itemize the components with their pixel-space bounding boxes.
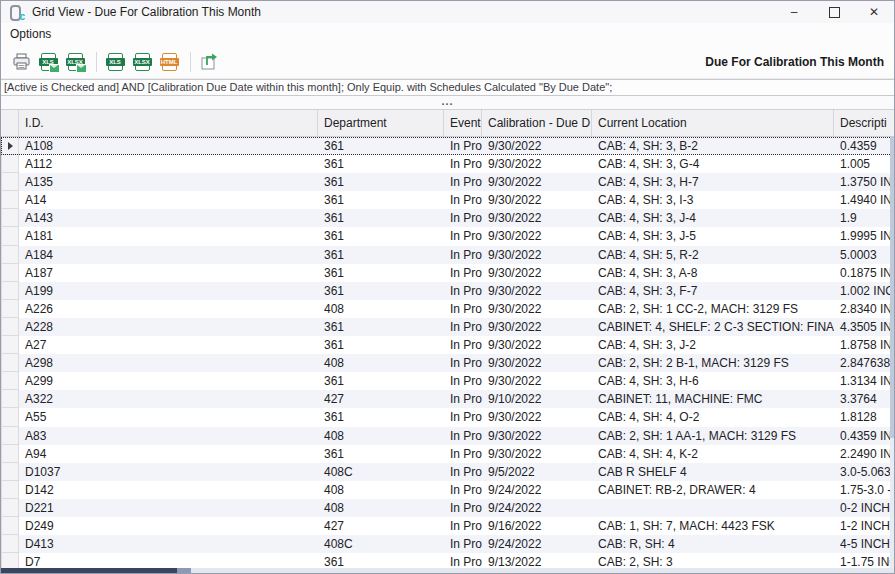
cell-due-date[interactable]: 9/30/2022 — [482, 427, 592, 445]
cell-id[interactable]: A112 — [19, 155, 318, 173]
cell-description[interactable]: 2.8340 INC — [834, 300, 894, 318]
cell-description[interactable]: 1.005 — [834, 155, 894, 173]
cell-department[interactable]: 408 — [318, 300, 444, 318]
header-location[interactable]: Current Location — [592, 110, 834, 136]
cell-department[interactable]: 408 — [318, 427, 444, 445]
cell-due-date[interactable]: 9/30/2022 — [482, 408, 592, 426]
table-row[interactable]: A187 361 In Proc 9/30/2022 CAB: 4, SH: 3… — [1, 264, 894, 282]
cell-description[interactable]: 1.9 — [834, 209, 894, 227]
email-xls-button[interactable]: XLS — [36, 50, 60, 74]
cell-event[interactable]: In Proc — [444, 553, 482, 568]
cell-id[interactable]: A27 — [19, 336, 318, 354]
cell-event[interactable]: In Proc — [444, 173, 482, 191]
cell-department[interactable]: 361 — [318, 173, 444, 191]
table-row[interactable]: A27 361 In Proc 9/30/2022 CAB: 4, SH: 3,… — [1, 336, 894, 354]
minimize-button[interactable]: – — [774, 1, 814, 23]
cell-event[interactable]: In Proc — [444, 390, 482, 408]
cell-due-date[interactable]: 9/24/2022 — [482, 499, 592, 517]
row-selector[interactable] — [1, 372, 19, 390]
cell-event[interactable]: In Proc — [444, 499, 482, 517]
cell-department[interactable]: 361 — [318, 137, 444, 155]
cell-id[interactable]: D413 — [19, 535, 318, 553]
cell-location[interactable]: CAB: 2, SH: 3 — [592, 553, 834, 568]
cell-due-date[interactable]: 9/30/2022 — [482, 173, 592, 191]
cell-description[interactable]: 3.3764 — [834, 390, 894, 408]
email-xlsx-button[interactable]: XLSX — [63, 50, 87, 74]
header-event[interactable]: Event — [444, 110, 482, 136]
table-row[interactable]: A199 361 In Proc 9/30/2022 CAB: 4, SH: 3… — [1, 282, 894, 300]
row-selector[interactable] — [1, 535, 19, 553]
cell-location[interactable]: CABINET: 4, SHELF: 2 C-3 SECTION: FINAL — [592, 318, 834, 336]
cell-description[interactable]: 0.4359 INC — [834, 427, 894, 445]
cell-event[interactable]: In Proc — [444, 137, 482, 155]
cell-location[interactable]: CAB: 4, SH: 4, O-2 — [592, 408, 834, 426]
cell-id[interactable]: A199 — [19, 282, 318, 300]
cell-id[interactable]: D142 — [19, 481, 318, 499]
cell-due-date[interactable]: 9/24/2022 — [482, 481, 592, 499]
cell-due-date[interactable]: 9/30/2022 — [482, 336, 592, 354]
print-button[interactable] — [9, 50, 33, 74]
cell-due-date[interactable]: 9/30/2022 — [482, 227, 592, 245]
menu-options[interactable]: Options — [1, 23, 60, 45]
row-selector[interactable] — [1, 390, 19, 408]
cell-due-date[interactable]: 9/30/2022 — [482, 282, 592, 300]
cell-event[interactable]: In Proc — [444, 318, 482, 336]
cell-location[interactable]: CAB: 4, SH: 3, B-2 — [592, 137, 834, 155]
cell-department[interactable]: 361 — [318, 191, 444, 209]
table-row[interactable]: A184 361 In Proc 9/30/2022 CAB: 4, SH: 5… — [1, 246, 894, 264]
cell-description[interactable]: 1-2 INCH, — [834, 517, 894, 535]
cell-due-date[interactable]: 9/30/2022 — [482, 300, 592, 318]
cell-description[interactable]: 0.4359 — [834, 137, 894, 155]
maximize-button[interactable] — [814, 1, 854, 23]
cell-description[interactable]: 2.847638 — [834, 354, 894, 372]
cell-location[interactable]: CAB: 4, SH: 4, K-2 — [592, 445, 834, 463]
cell-description[interactable]: 1.8128 — [834, 408, 894, 426]
cell-due-date[interactable]: 9/30/2022 — [482, 155, 592, 173]
cell-department[interactable]: 408 — [318, 481, 444, 499]
table-row[interactable]: A14 361 In Proc 9/30/2022 CAB: 4, SH: 3,… — [1, 191, 894, 209]
row-selector[interactable] — [1, 264, 19, 282]
cell-event[interactable]: In Proc — [444, 354, 482, 372]
table-row[interactable]: A226 408 In Proc 9/30/2022 CAB: 2, SH: 1… — [1, 300, 894, 318]
cell-id[interactable]: A298 — [19, 354, 318, 372]
cell-id[interactable]: A55 — [19, 408, 318, 426]
cell-department[interactable]: 361 — [318, 227, 444, 245]
row-selector[interactable] — [1, 354, 19, 372]
cell-department[interactable]: 408C — [318, 463, 444, 481]
row-selector[interactable] — [1, 191, 19, 209]
cell-description[interactable]: 3.0-5.063 — [834, 463, 894, 481]
cell-department[interactable]: 408C — [318, 535, 444, 553]
cell-due-date[interactable]: 9/30/2022 — [482, 372, 592, 390]
cell-location[interactable]: CAB: 4, SH: 3, H-7 — [592, 173, 834, 191]
cell-event[interactable]: In Proc — [444, 408, 482, 426]
cell-id[interactable]: D1037 — [19, 463, 318, 481]
cell-description[interactable]: 4.3505 INC — [834, 318, 894, 336]
table-row[interactable]: A112 361 In Proc 9/30/2022 CAB: 4, SH: 3… — [1, 155, 894, 173]
cell-department[interactable]: 361 — [318, 264, 444, 282]
cell-description[interactable]: 0-2 INCH, — [834, 499, 894, 517]
cell-location[interactable]: CAB: 2, SH: 2 B-1, MACH: 3129 FS — [592, 354, 834, 372]
cell-id[interactable]: A322 — [19, 390, 318, 408]
cell-event[interactable]: In Proc — [444, 481, 482, 499]
cell-location[interactable]: CAB: R, SH: 4 — [592, 535, 834, 553]
row-selector[interactable] — [1, 408, 19, 426]
cell-event[interactable]: In Proc — [444, 282, 482, 300]
cell-event[interactable]: In Proc — [444, 517, 482, 535]
export-xls-button[interactable]: XLS — [103, 50, 127, 74]
row-selector[interactable] — [1, 137, 19, 155]
table-row[interactable]: A55 361 In Proc 9/30/2022 CAB: 4, SH: 4,… — [1, 408, 894, 426]
row-selector[interactable] — [1, 246, 19, 264]
cell-id[interactable]: A108 — [19, 137, 318, 155]
horizontal-scrollbar[interactable] — [1, 568, 894, 573]
row-selector[interactable] — [1, 227, 19, 245]
cell-department[interactable]: 361 — [318, 209, 444, 227]
cell-event[interactable]: In Proc — [444, 300, 482, 318]
table-row[interactable]: D1037 408C In Proc 9/5/2022 CAB R SHELF … — [1, 463, 894, 481]
cell-department[interactable]: 361 — [318, 553, 444, 568]
cell-due-date[interactable]: 9/16/2022 — [482, 517, 592, 535]
table-row[interactable]: A228 361 In Proc 9/30/2022 CABINET: 4, S… — [1, 318, 894, 336]
cell-due-date[interactable]: 9/5/2022 — [482, 463, 592, 481]
cell-location[interactable] — [592, 499, 834, 517]
cell-department[interactable]: 408 — [318, 499, 444, 517]
cell-department[interactable]: 361 — [318, 318, 444, 336]
